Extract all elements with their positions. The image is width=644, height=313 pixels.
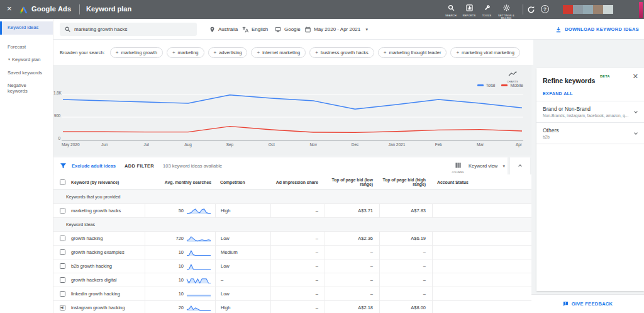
table-row: growth hacking examples10Medium–––	[53, 246, 531, 259]
language-setting[interactable]: English	[242, 19, 268, 40]
searches-value: 10	[179, 263, 184, 269]
google-ads-keyword-plan-page: × Google Ads Keyword plan SEARCH	[0, 0, 644, 313]
ad-impression-share-cell: –	[270, 232, 325, 245]
download-keyword-ideas-button[interactable]: DOWNLOAD KEYWORD IDEAS	[555, 19, 639, 40]
sidebar-item-forecast[interactable]: Forecast	[0, 41, 53, 54]
keyword-count-text: 103 keyword ideas available	[163, 163, 222, 169]
col-header-competition: Competition	[215, 180, 270, 185]
broaden-chip[interactable]: +marketing growth	[110, 47, 163, 58]
trend-sparkline	[186, 248, 211, 256]
refine-group-brand[interactable]: Brand or Non-Brand Non-Brands, instagram…	[536, 101, 644, 123]
search-query-value: marketing growth hacks	[74, 26, 127, 32]
masked-avatar-swatch	[573, 5, 583, 14]
competition-cell: High	[215, 301, 270, 313]
table-section-label: Keywords that you provided	[53, 190, 531, 204]
keyword-label: growth hacking examples	[71, 249, 125, 255]
location-setting[interactable]: Australia	[209, 19, 238, 40]
sidebar-item-keyword-plan[interactable]: ▼Keyword plan	[0, 54, 53, 67]
row-checkbox[interactable]	[60, 249, 65, 255]
avg-searches-cell: 10	[145, 273, 215, 287]
sidebar-item-saved-keywords[interactable]: Saved keywords	[0, 67, 53, 80]
keyword-label: b2b growth hacking	[71, 263, 112, 269]
table-row: marketing growth hacks50High–A$3.71A$7.8…	[53, 204, 531, 218]
col-header-avg-searches: Avg. monthly searches	[145, 180, 215, 185]
legend-item-total[interactable]: Total	[477, 83, 496, 88]
collapse-table-button[interactable]	[510, 157, 530, 174]
legend-item-mobile[interactable]: Mobile	[501, 83, 523, 88]
avg-searches-cell: 20	[145, 301, 215, 313]
keyword-cell: marketing growth hacks	[53, 204, 145, 217]
broaden-chip[interactable]: +advertising	[208, 47, 248, 58]
searches-value: 50	[179, 208, 184, 213]
row-checkbox[interactable]	[60, 208, 65, 213]
broaden-chip[interactable]: +marketing	[167, 47, 204, 58]
topbar-divider	[523, 4, 523, 14]
h-scroll-left-arrow[interactable]: ◀	[60, 305, 64, 309]
table-row: growth hacking720Low–A$2.36A$6.19	[53, 232, 531, 246]
tools-nav-button[interactable]: TOOLS	[477, 3, 496, 17]
date-range-selector[interactable]: May 2020 - Apr 2021 ▼	[305, 19, 369, 40]
add-filter-button[interactable]: ADD FILTER	[125, 163, 154, 169]
account-status-cell	[432, 259, 531, 273]
legend-label: Total	[486, 83, 496, 88]
keyword-cell: b2b growth hacking	[53, 259, 145, 273]
expand-all-link[interactable]: EXPAND ALL	[536, 86, 644, 101]
row-checkbox[interactable]	[60, 263, 65, 269]
keyword-cell: linkedin growth hacking	[53, 287, 145, 300]
keyword-label: growth hacking	[71, 236, 103, 241]
row-checkbox[interactable]	[60, 236, 65, 241]
bid-high-cell: A$6.19	[379, 232, 432, 245]
refresh-icon[interactable]	[527, 5, 535, 16]
reports-nav-button[interactable]: REPORTS	[460, 3, 479, 17]
bid-low-cell: A$3.71	[325, 204, 379, 217]
search-nav-button[interactable]: SEARCH	[441, 3, 460, 17]
x-axis-tick: Mar	[477, 142, 484, 147]
topbar-divider	[79, 4, 80, 14]
x-axis-tick: Dec	[352, 142, 359, 147]
sidebar-item-keyword-ideas[interactable]: Keyword ideas	[0, 21, 53, 35]
searches-value: 10	[179, 249, 184, 255]
table-header-row: Keyword (by relevance) Avg. monthly sear…	[53, 174, 531, 190]
top-app-bar: × Google Ads Keyword plan SEARCH	[0, 0, 644, 19]
plus-icon: +	[172, 50, 175, 55]
row-checkbox[interactable]	[60, 291, 65, 297]
keyword-label: marketing growth hacks	[71, 208, 121, 213]
settings-gear-icon	[503, 4, 510, 11]
charts-toggle-button[interactable]: CHARTS	[504, 68, 521, 83]
row-checkbox[interactable]	[60, 277, 65, 283]
account-status-cell	[432, 246, 531, 259]
give-feedback-button[interactable]: GIVE FEEDBACK	[531, 294, 644, 313]
masked-avatar-swatch	[583, 5, 593, 14]
network-setting[interactable]: Google	[275, 19, 301, 40]
legend-swatch	[477, 84, 484, 86]
close-icon[interactable]: ×	[7, 4, 12, 14]
broaden-chip[interactable]: +internet marketing	[251, 47, 306, 58]
close-icon[interactable]: ✕	[633, 73, 638, 80]
table-row: instagram growth hacking20High–A$2.18A$8…	[53, 301, 531, 313]
ad-impression-share-cell: –	[270, 301, 325, 313]
calendar-icon	[305, 26, 311, 33]
help-icon[interactable]: ?	[541, 5, 549, 13]
x-axis-tick: May 2020	[62, 142, 80, 147]
chip-label: marketing	[178, 50, 199, 55]
account-status-cell	[432, 301, 531, 313]
bid-low-cell: –	[325, 273, 379, 287]
plus-icon: +	[116, 50, 119, 55]
exclude-adult-ideas-link[interactable]: Exclude adult ideas	[72, 163, 116, 169]
chevron-down-icon	[634, 110, 638, 113]
table-row: linkedin growth hacking10Low–––	[53, 287, 531, 301]
columns-button[interactable]: COLUMNS	[448, 159, 467, 174]
avg-searches-cell: 720	[145, 232, 215, 245]
chip-label: marketing growth	[121, 50, 157, 55]
x-axis-tick: Feb	[435, 142, 442, 147]
broaden-chip[interactable]: +marketing thought leader	[378, 47, 447, 58]
refine-group-others[interactable]: Others b2b	[536, 123, 644, 144]
keyword-label: growth hackers digital	[71, 277, 117, 283]
broaden-chip[interactable]: +business growth hacks	[309, 47, 374, 58]
keyword-search-input[interactable]: marketing growth hacks	[60, 23, 197, 36]
settings-billing-nav-button[interactable]: SETTINGS & BILLING	[494, 3, 518, 20]
select-all-checkbox[interactable]	[60, 179, 65, 185]
broaden-chip[interactable]: +marketing viral marketing	[450, 47, 519, 58]
sidebar-item-negative-keywords[interactable]: Negative keywords	[0, 79, 39, 98]
keyword-view-selector[interactable]: Keyword view ▼	[469, 157, 506, 174]
